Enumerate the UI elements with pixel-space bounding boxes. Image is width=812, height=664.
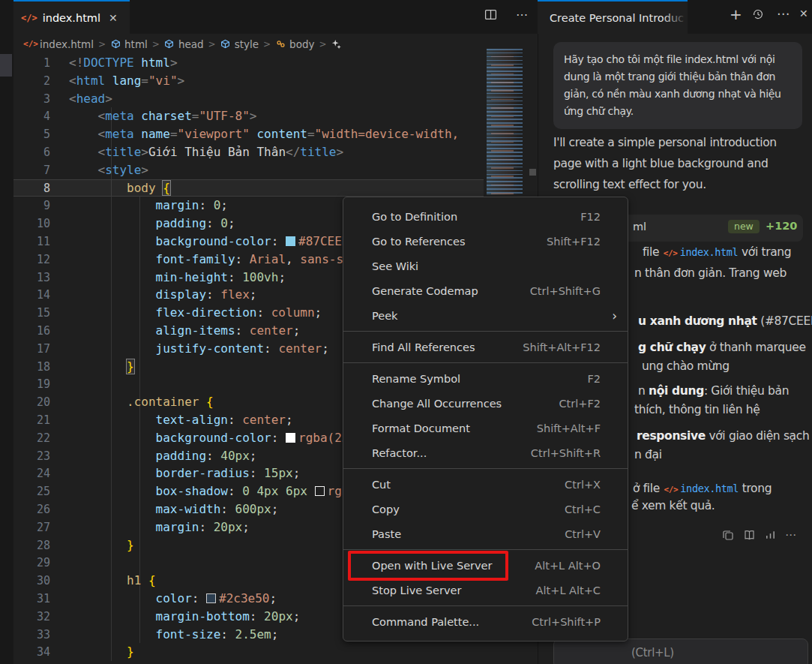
chat-close-icon[interactable]: ✕	[799, 8, 808, 20]
line-number: 6	[13, 144, 50, 162]
menu-item-shortcut: Shift+Alt+F	[537, 422, 601, 434]
code-text: margin: 20px;	[69, 520, 250, 534]
chat-more-icon[interactable]: ⋯	[777, 6, 790, 21]
breadcrumb-item[interactable]: body	[289, 38, 314, 50]
menu-item-label: Find All References	[372, 341, 523, 353]
copy-icon[interactable]	[722, 529, 734, 541]
menu-item-stop-live-server[interactable]: Stop Live ServerAlt+L Alt+C	[343, 578, 628, 602]
line-number: 5	[13, 126, 50, 144]
code-text: <head>	[69, 92, 112, 106]
breadcrumb-item[interactable]: html	[124, 38, 148, 50]
code-text: justify-content: center;	[69, 341, 329, 356]
more-icon[interactable]: ⋯	[785, 529, 797, 541]
tab-label: index.html	[43, 12, 100, 24]
menu-item-open-with-live-server[interactable]: Open with Live ServerAlt+L Alt+O	[343, 553, 628, 578]
menu-item-shortcut: Ctrl+C	[565, 503, 601, 515]
breadcrumb-item[interactable]: index.html	[40, 38, 94, 50]
code-line: 8 body {	[13, 179, 484, 197]
close-tab-icon[interactable]: ✕	[109, 12, 118, 24]
inline-code: index.html	[680, 246, 739, 258]
code-text: min-height: 100vh;	[69, 270, 286, 284]
menu-item-label: Go to References	[372, 236, 547, 248]
chat-text-fragment: ung chào mừng	[642, 359, 730, 373]
split-editor-icon[interactable]	[484, 8, 497, 21]
new-chat-icon[interactable]: +	[730, 5, 742, 23]
menu-item-label: Paste	[372, 528, 565, 540]
menu-item-cut[interactable]: CutCtrl+X	[343, 472, 628, 497]
assistant-reply-text: I'll create a simple personal introducti…	[553, 132, 777, 195]
menu-item-generate-codemap[interactable]: Generate CodemapCtrl+Shift+G	[343, 278, 628, 303]
code-text: <meta charset="UTF-8">	[69, 109, 256, 123]
menu-item-label: Cut	[372, 479, 565, 491]
chat-text-fragment: n thân đơn giản. Trang web	[634, 266, 787, 280]
chat-text-fragment: n nội dung: Giới thiệu bản	[638, 384, 789, 398]
menu-item-paste[interactable]: PasteCtrl+V	[343, 521, 628, 546]
menu-separator	[343, 362, 628, 363]
color-swatch[interactable]	[315, 486, 325, 496]
file-chip-name-tail: ml	[633, 221, 646, 233]
code-text: box-shadow: 0 4px 6px rgba(	[69, 484, 364, 498]
code-text: h1 {	[69, 573, 156, 587]
line-number: 9	[13, 197, 50, 215]
menu-item-label: Stop Live Server	[372, 584, 536, 596]
line-number: 20	[13, 394, 50, 412]
menu-separator	[343, 605, 628, 606]
line-number: 8	[13, 180, 50, 198]
breadcrumb-item[interactable]: style	[235, 38, 259, 50]
menu-item-go-to-definition[interactable]: Go to DefinitionF12	[343, 204, 628, 229]
color-swatch[interactable]	[206, 593, 216, 603]
line-number: 2	[13, 73, 50, 91]
menu-item-command-palette[interactable]: Command Palette...Ctrl+Shift+P	[343, 609, 628, 634]
menu-item-see-wiki[interactable]: See Wiki	[343, 254, 628, 278]
context-menu: Go to DefinitionF12Go to ReferencesShift…	[343, 197, 628, 641]
menu-item-label: Change All Occurrences	[372, 398, 559, 410]
vscode-window: </> index.html ✕ ⋯ Create Personal Intro…	[0, 0, 812, 664]
line-number: 11	[13, 233, 50, 251]
color-swatch[interactable]	[286, 433, 295, 443]
color-swatch[interactable]	[286, 236, 295, 246]
editor-more-actions-icon[interactable]: ⋯	[516, 8, 529, 22]
menu-item-go-to-references[interactable]: Go to ReferencesShift+F12	[343, 229, 628, 254]
breadcrumb-item[interactable]: head	[178, 38, 204, 50]
line-number: 10	[13, 215, 50, 233]
menu-item-label: Open with Live Server	[372, 560, 535, 572]
code-line: 1<!DOCTYPE html>	[13, 54, 484, 72]
symbol-box-icon	[220, 39, 231, 49]
code-text: border-radius: 15px;	[69, 466, 300, 480]
menu-item-shortcut: Alt+L Alt+O	[535, 560, 601, 572]
line-number: 28	[13, 537, 50, 555]
menu-item-change-all-occurrences[interactable]: Change All OccurrencesCtrl+F2	[343, 391, 628, 416]
symbol-key-icon	[275, 39, 286, 49]
book-icon[interactable]	[743, 529, 756, 541]
history-icon[interactable]	[752, 8, 764, 23]
menu-item-find-all-references[interactable]: Find All ReferencesShift+Alt+F12	[343, 335, 628, 359]
message-actions: ⋯	[722, 529, 797, 541]
code-text: font-size: 2.5em;	[69, 627, 278, 641]
submenu-arrow-icon: ›	[612, 308, 617, 323]
menu-item-shortcut: Shift+F12	[547, 236, 601, 248]
code-text: flex-direction: column;	[69, 305, 322, 320]
menu-item-rename-symbol[interactable]: Rename SymbolF2	[343, 366, 628, 391]
line-number: 29	[13, 554, 50, 572]
code-text: <title>Giới Thiệu Bản Thân</title>	[69, 145, 343, 159]
chat-input[interactable]: (Ctrl+L)	[553, 638, 808, 664]
menu-item-refactor[interactable]: Refactor...Ctrl+Shift+R	[343, 440, 628, 465]
left-gutter-strip	[0, 34, 13, 664]
chat-input-placeholder: (Ctrl+L)	[631, 646, 674, 659]
menu-separator	[343, 331, 628, 332]
menu-item-shortcut: Ctrl+X	[565, 479, 601, 491]
breadcrumb-separator: >	[263, 39, 271, 50]
menu-item-peek[interactable]: Peek›	[343, 303, 628, 328]
chat-text-fragment: file </>index.html với trang	[643, 245, 791, 259]
minimap-code-accent	[491, 49, 514, 195]
menu-item-label: Command Palette...	[372, 616, 532, 628]
tab-index-html[interactable]: </> index.html ✕	[13, 0, 130, 34]
chat-text-fragment: thích, thông tin liên hệ	[634, 403, 760, 416]
left-scroll-thumb[interactable]	[0, 54, 12, 77]
chart-icon[interactable]	[765, 529, 776, 541]
html-file-icon: </>	[664, 248, 678, 258]
menu-item-format-document[interactable]: Format DocumentShift+Alt+F	[343, 416, 628, 440]
menu-item-copy[interactable]: CopyCtrl+C	[343, 497, 628, 521]
tab-chat-session[interactable]: Create Personal Introduc	[538, 0, 688, 34]
breadcrumb-separator: >	[152, 39, 160, 50]
